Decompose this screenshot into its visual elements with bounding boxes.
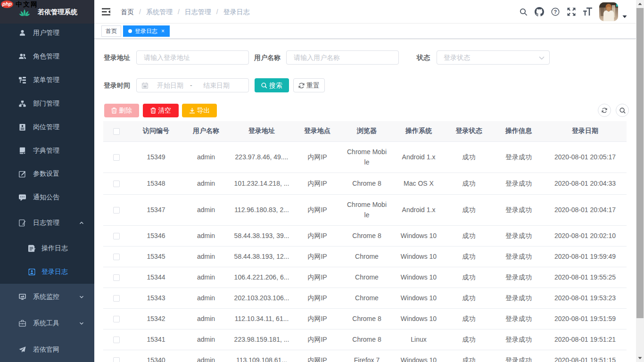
svg-text:?: ?: [554, 9, 557, 15]
